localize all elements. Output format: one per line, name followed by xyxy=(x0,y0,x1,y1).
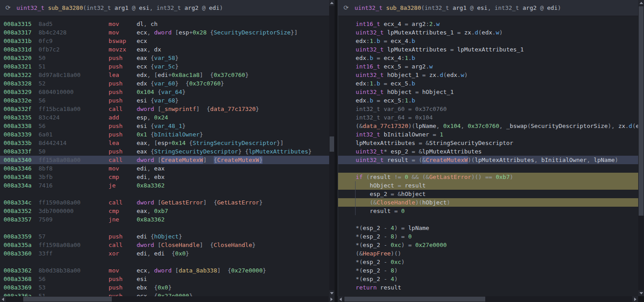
hlil-line[interactable]: int16_t ecx_4 = arg2:2.w xyxy=(338,20,639,28)
disasm-line[interactable]: 008a3328 52 push edx {var_60} {0x37c0760… xyxy=(0,79,329,88)
scroll-right-button[interactable] xyxy=(632,296,638,302)
left-hscroll-thumb[interactable] xyxy=(23,297,112,302)
disasm-line[interactable]: 008a3348 3bfb cmp edi, ebx xyxy=(0,173,329,181)
hlil-line[interactable]: (&data_77c17320)(lpName, 0x104, 0x37c076… xyxy=(338,122,639,130)
code-token: ] { xyxy=(199,72,213,78)
disasm-line[interactable]: 008a333f 50 push eax {StringSecurityDesc… xyxy=(0,147,329,156)
code-token: 0x104 xyxy=(443,123,461,129)
disasm-line[interactable]: 008a331d 0fb7c2 movzx eax, dx xyxy=(0,45,329,54)
code-token: result xyxy=(377,284,401,291)
hlil-line[interactable]: (&CloseHandle)(hObject) xyxy=(338,198,639,207)
disasm-line[interactable]: 008a3359 57 push edi {hObject} xyxy=(0,232,329,241)
scroll-down-button[interactable] xyxy=(638,290,644,296)
hlil-line[interactable]: uint32_t hObject_1 = zx.d(edx.w) xyxy=(338,71,639,79)
hlil-line[interactable]: uint32_t lpMutexAttributes_1 = zx.d(edx.… xyxy=(338,28,639,37)
hlil-line[interactable]: esp_2 = &hObject xyxy=(338,190,639,198)
right-horizontal-scrollbar[interactable] xyxy=(338,296,638,302)
hlil-line[interactable]: (&HeapFree)() xyxy=(338,249,639,258)
disasm-line[interactable]: 008a3369 53 push ebx {0x0} xyxy=(0,283,329,292)
arrow-left-icon xyxy=(2,298,4,301)
left-vertical-scrollbar[interactable] xyxy=(329,0,335,296)
hlil-line[interactable]: uint32_t lpMutexAttributes = lpMutexAttr… xyxy=(338,45,639,54)
hlil-line[interactable]: *(esp_2 - 8) = 0 xyxy=(338,232,639,241)
hlil-line[interactable]: *(esp_2 - 4) = lpName xyxy=(338,224,639,232)
disasm-line[interactable]: 008a333b 8d442414 lea eax, [esp+0x14 {St… xyxy=(0,139,329,147)
right-hscroll-thumb[interactable] xyxy=(344,297,485,302)
disasm-line[interactable]: 008a3360 33ff xor edi, edi {0x0} xyxy=(0,249,329,258)
disasm-line[interactable]: 008a3320 50 push eax {var_58} xyxy=(0,54,329,62)
disasm-line[interactable]: 008a336a 51 push ecx {0x27e0000} xyxy=(0,292,329,296)
disasm-line[interactable] xyxy=(0,190,329,198)
hlil-line[interactable]: hObject = result xyxy=(338,181,639,190)
code-token: esi xyxy=(136,123,147,129)
hlil-line[interactable]: *(esp_2 - 0xc) xyxy=(338,258,639,266)
right-vscroll-thumb[interactable] xyxy=(639,6,644,216)
code-token: 0fb7c2 xyxy=(38,46,109,53)
disasm-line[interactable]: 008a3322 8d97a8c18a00 lea edx, [edi+0x8a… xyxy=(0,71,329,79)
hlil-line[interactable]: int16_t ecx_5 = arg2.w xyxy=(338,62,639,71)
code-token: = xyxy=(405,21,412,27)
code-token: mov xyxy=(109,29,137,36)
disasm-line[interactable]: 008a3321 51 push ecx {var_5c} xyxy=(0,62,329,71)
hlil-line[interactable]: if (result != 0 && (&GetLastError)() == … xyxy=(338,173,639,181)
hlil-line[interactable]: uint32_t hObject = hObject_1 xyxy=(338,88,639,96)
hlil-line[interactable]: int32_t var_64 = 0x104 xyxy=(338,113,639,122)
code-token: sub_8a3280 xyxy=(48,4,83,11)
hlil-line[interactable]: edx:1.b = ecx_5.b xyxy=(338,79,639,88)
code-token: ecx_5 xyxy=(384,97,401,104)
scroll-up-button[interactable] xyxy=(638,0,644,6)
code-token: push xyxy=(109,97,137,104)
scroll-up-button[interactable] xyxy=(329,0,335,6)
disasm-line[interactable]: 008a334a 7416 je 0x8a3362 xyxy=(0,181,329,190)
code-token: } xyxy=(245,72,249,78)
disasm-line[interactable]: 008a3315 8ad5 mov dl, ch xyxy=(0,20,329,28)
disasm-line[interactable]: 008a3362 8b0d38b38a00 mov ecx, dword [da… xyxy=(0,266,329,275)
code-token: ff1598a08a00 xyxy=(38,242,109,248)
disasm-line[interactable]: 008a332f ff15bca18a00 call dword [_snwpr… xyxy=(0,105,329,113)
hlil-line[interactable]: *(esp_2 - 0xc) = 0x27e0000 xyxy=(338,241,639,249)
hlil-line[interactable]: result = 0 xyxy=(338,207,639,215)
disasm-line[interactable]: 008a3340 ff15a8a08a00 call dword [Create… xyxy=(0,156,329,164)
code-token: 57 xyxy=(38,233,109,240)
scroll-down-button[interactable] xyxy=(329,290,335,296)
right-vertical-scrollbar[interactable] xyxy=(638,0,644,296)
hlil-line[interactable]: int32_t var_60 = 0x37c0760 xyxy=(338,105,639,113)
hlil-line[interactable]: uint32_t* esp_2 = &lpMutexAttributes xyxy=(338,147,639,156)
disasm-line[interactable]: 008a3335 83c424 add esp, 0x24 xyxy=(0,113,329,122)
hlil-line[interactable]: return result xyxy=(338,283,639,292)
disasm-line[interactable]: 008a331b 0fc9 bswap ecx xyxy=(0,37,329,45)
hlil-line[interactable]: *(esp_2 - 8) xyxy=(338,266,639,275)
disasm-line[interactable]: 008a335a ff1598a08a00 call dword [CloseH… xyxy=(0,241,329,249)
hlil-line[interactable] xyxy=(338,215,639,224)
scroll-left-button[interactable] xyxy=(0,296,6,302)
code-token: esi xyxy=(136,4,149,11)
hlil-line[interactable]: int32_t bInitialOwner = 1 xyxy=(338,130,639,139)
disasm-line[interactable]: 008a3357 7509 jne 0x8a3362 xyxy=(0,215,329,224)
scroll-right-button[interactable] xyxy=(329,296,335,302)
disasm-line[interactable]: 008a3352 3db7000000 cmp eax, 0xb7 xyxy=(0,207,329,215)
hlil-line[interactable]: edx.b = ecx_5:1.b xyxy=(338,96,639,105)
code-token: 008a3321 xyxy=(4,63,38,70)
code-token: 0x14 xyxy=(172,140,186,146)
disasm-line[interactable]: 008a3346 8bf8 mov edi, eax xyxy=(0,164,329,173)
left-vscroll-thumb[interactable] xyxy=(330,136,334,152)
hlil-line[interactable]: edx.b = ecx_4:1.b xyxy=(338,54,639,62)
hlil-line[interactable] xyxy=(338,164,639,173)
hlil-line[interactable]: uint32_t result = (&CreateMutexW)(lpMute… xyxy=(338,156,639,164)
disasm-line[interactable] xyxy=(0,224,329,232)
disasm-line[interactable]: 008a3317 8b4c2428 mov ecx, dword [esp+0x… xyxy=(0,28,329,37)
disasm-line[interactable] xyxy=(0,258,329,266)
hlil-line[interactable]: lpMutexAttributes = &StringSecurityDescr… xyxy=(338,139,639,147)
disasm-line[interactable]: 008a334c ff1590a08a00 call dword [GetLas… xyxy=(0,198,329,207)
disasm-line[interactable]: 008a3339 6a01 push 0x1 {bInitialOwner} xyxy=(0,130,329,139)
disasm-line[interactable]: 008a3368 56 push esi xyxy=(0,275,329,283)
left-horizontal-scrollbar[interactable] xyxy=(0,296,335,302)
disasm-line[interactable]: 008a3338 56 push esi {var_48_1} xyxy=(0,122,329,130)
hlil-line[interactable]: *(esp_2 - 4) xyxy=(338,275,639,283)
pane-splitter[interactable] xyxy=(335,0,338,302)
disasm-line[interactable]: 008a3329 6804010000 push 0x104 {var_64} xyxy=(0,88,329,96)
disasm-line[interactable]: 008a332e 56 push esi {var_68} xyxy=(0,96,329,105)
code-token: 008a333b xyxy=(4,140,38,146)
scroll-left-button[interactable] xyxy=(338,296,343,302)
hlil-line[interactable]: edx:1.b = ecx_4.b xyxy=(338,37,639,45)
